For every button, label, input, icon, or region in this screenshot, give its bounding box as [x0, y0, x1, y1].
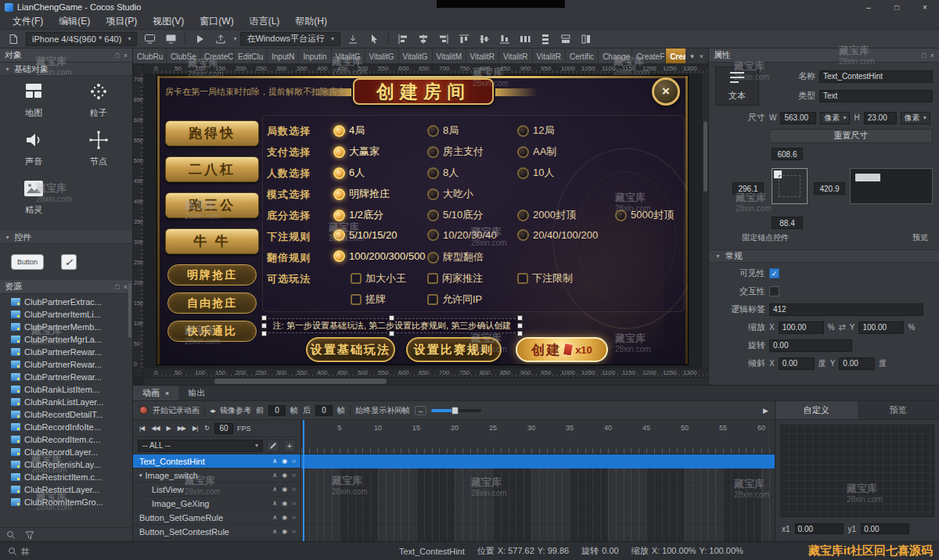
editor-tab-VitalitR[interactable]: VitalitR [499, 48, 533, 63]
resource-item[interactable]: ClubRecordInfoIte... [0, 421, 132, 433]
close-icon[interactable]: × [165, 389, 169, 397]
resource-item[interactable]: ClubRestrictLayer... [0, 483, 132, 496]
align-left-icon[interactable] [394, 31, 412, 47]
canvas-viewport[interactable]: 创建房间 × 房卡在第一局结束时扣除，提前解散不扣除房卡 跑得快二八杠跑三公牛 … [144, 74, 708, 368]
timeline-track[interactable]: Image_GeXing∧◉○ [133, 497, 300, 511]
forward-button[interactable]: ▶▶ [176, 424, 187, 433]
object-item-地图[interactable]: 地图 [2, 81, 67, 129]
radio-option[interactable]: 2000封顶 [517, 208, 576, 222]
scrollbar-thumb[interactable] [214, 379, 387, 384]
height-input[interactable]: 23.00 [864, 112, 897, 124]
basic-objects-section[interactable]: ▼ 基础对象 [0, 63, 132, 76]
play-button[interactable]: ▶ [165, 424, 172, 433]
expand-caret-icon[interactable]: ▾ [139, 472, 142, 479]
timeline-track[interactable]: ▾Image_switch∧◉○ [133, 468, 300, 483]
radio-option[interactable]: 5/10/15/20 [333, 229, 397, 241]
visibility-icon[interactable]: ◉ [282, 514, 287, 521]
editor-tab-VitalitR[interactable]: VitalitR [533, 48, 567, 63]
resource-item[interactable]: ClubPartnerMgrLa... [0, 333, 132, 346]
collapse-icon[interactable]: ∧ [272, 500, 277, 507]
dialog-close-button[interactable]: × [652, 77, 680, 106]
first-frame-button[interactable]: |◀ [138, 424, 146, 433]
slider-knob[interactable] [452, 407, 459, 415]
resource-item[interactable]: ClubPartnerRewar... [0, 371, 132, 383]
mirror-icon[interactable]: ◂▸ [210, 407, 215, 415]
object-item-粒子[interactable]: 粒子 [67, 81, 131, 129]
resource-item[interactable]: ClubRecordItem.c... [0, 433, 132, 446]
record-button[interactable] [139, 406, 148, 415]
frames-area[interactable] [301, 454, 775, 541]
design-view-icon[interactable] [141, 31, 158, 47]
lock-icon[interactable]: ○ [292, 486, 296, 493]
skew-x-input[interactable]: 0.00 [779, 357, 815, 370]
collapse-icon[interactable]: ∧ [272, 514, 277, 521]
editor-tab-VitalitG[interactable]: VitalitG [365, 48, 399, 63]
editor-tab-Inputin[interactable]: Inputin [299, 48, 331, 63]
timeline-track[interactable]: Button_SetGameRule∧◉○ [133, 511, 300, 525]
radio-option[interactable]: 房主支付 [427, 145, 484, 159]
game-mode-button[interactable]: 快乐通比 [167, 321, 257, 342]
resource-item[interactable]: ClubReplenishLay... [0, 458, 132, 471]
resource-item[interactable]: ClubPartnerMemb... [0, 321, 132, 333]
menu-item-3[interactable]: 视图(V) [145, 13, 192, 30]
tab-preview[interactable]: 预览 [858, 401, 939, 419]
lock-icon[interactable]: ○ [292, 514, 296, 521]
align-top-icon[interactable] [455, 31, 473, 47]
collapse-icon[interactable]: ∧ [272, 472, 277, 479]
tab-custom[interactable]: 自定义 [775, 401, 858, 419]
selection-handle[interactable] [261, 331, 267, 336]
radio-option[interactable]: 牌型翻倍 [427, 250, 484, 264]
curve-graph[interactable] [780, 425, 934, 517]
radio-option[interactable]: 大赢家 [333, 145, 380, 159]
tab-animation[interactable]: 动画 × [133, 386, 178, 400]
resource-item[interactable]: ClubRankListLayer... [0, 396, 132, 408]
checkbox-option[interactable]: 允许同IP [427, 293, 482, 307]
radio-option[interactable]: 4局 [333, 124, 365, 138]
loop-button[interactable]: ↻ [203, 424, 210, 433]
publish-icon[interactable] [212, 31, 229, 47]
tag-input[interactable]: 412 [769, 303, 923, 316]
editor-tab-VitalitG[interactable]: VitalitG [399, 48, 433, 63]
anchor-right-input[interactable]: 420.9 [814, 182, 845, 195]
frame-ruler[interactable]: 51015202530354045505560 [301, 420, 775, 454]
editor-tab-CreateC[interactable]: CreateC [200, 48, 234, 63]
skew-y-input[interactable]: 0.00 [839, 357, 875, 370]
track-filter-select[interactable]: -- ALL -- ▾ [138, 440, 263, 452]
resource-item[interactable]: ClubPartnerExtrac... [0, 296, 132, 308]
link-scale-icon[interactable]: ⇄ [839, 322, 846, 332]
zoom-icon[interactable] [6, 546, 19, 557]
menu-item-5[interactable]: 语言(L) [242, 13, 288, 30]
tab-output[interactable]: 输出 [178, 386, 214, 400]
rewind-button[interactable]: ◀◀ [149, 424, 160, 433]
anchor-box[interactable] [772, 168, 808, 204]
radio-option[interactable]: 8局 [427, 124, 459, 138]
scrollbar-thumb[interactable] [703, 121, 707, 192]
collapse-icon[interactable]: ∧ [272, 458, 277, 465]
menu-item-2[interactable]: 项目(P) [98, 13, 145, 30]
visibility-icon[interactable]: ◉ [282, 458, 287, 465]
filter-icon[interactable] [23, 529, 36, 540]
radio-option[interactable]: 8人 [427, 166, 459, 180]
menu-item-6[interactable]: 帮助(H) [287, 13, 335, 30]
dock-icon[interactable]: □ [922, 52, 926, 59]
resource-item[interactable]: ClubRecordDetailT... [0, 408, 132, 421]
menu-item-0[interactable]: 文件(F) [5, 13, 51, 30]
menu-item-4[interactable]: 窗口(W) [192, 13, 241, 30]
editor-tab-VitalitM[interactable]: VitalitM [433, 48, 466, 63]
y1-input[interactable]: 0.00 [861, 523, 909, 534]
maximize-button[interactable]: □ [883, 0, 911, 14]
last-frame-button[interactable]: ▶| [191, 424, 199, 433]
panel-expand-icon[interactable]: ▶ [763, 407, 768, 415]
checkbox-option[interactable]: 下注限制 [517, 271, 573, 285]
device-selector[interactable]: iPhone 4/4S(960 * 640) ▾ [26, 32, 137, 46]
after-frames-input[interactable]: 0 [315, 405, 333, 416]
minimize-button[interactable]: – [854, 0, 883, 14]
align-bottom-icon[interactable] [496, 31, 513, 47]
fps-input[interactable]: 60 [214, 423, 233, 434]
button-widget[interactable]: Button [11, 254, 44, 270]
selection-handle[interactable] [517, 323, 523, 328]
align-right-icon[interactable] [435, 31, 452, 47]
same-width-icon[interactable] [557, 31, 574, 47]
new-file-icon[interactable] [5, 31, 22, 47]
radio-option[interactable]: 明牌抢庄 [333, 187, 390, 201]
